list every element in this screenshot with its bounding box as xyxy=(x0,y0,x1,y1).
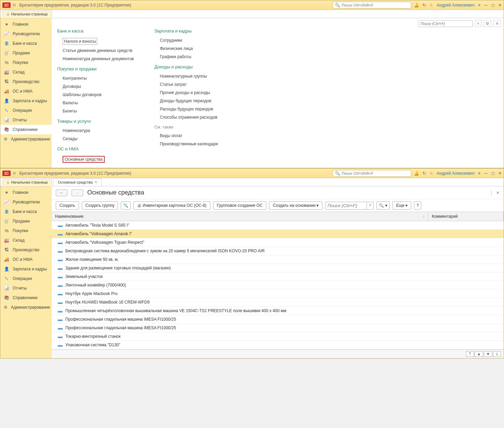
tab-os-close-icon[interactable]: × xyxy=(95,180,97,185)
table-row[interactable]: ▬Профессиональная гладильная машина IMES… xyxy=(52,315,504,324)
panel-search-clear[interactable]: × xyxy=(475,20,481,27)
history-icon[interactable]: ↻ xyxy=(423,3,426,8)
table-row[interactable]: ▬Земельный участок xyxy=(52,272,504,281)
close-icon-2[interactable]: ✕ xyxy=(498,171,502,176)
link-rbp[interactable]: Расходы будущих периодов xyxy=(154,105,218,113)
star-icon[interactable]: ☆ xyxy=(429,3,433,8)
sidebar-item-3[interactable]: 🛒Продажи xyxy=(0,216,52,226)
link-vidy-oplat[interactable]: Виды оплат xyxy=(154,132,218,140)
table-row[interactable]: ▬Ноутбук HUAWEI MateBook 16 CREM-WFD9 xyxy=(52,298,504,307)
panel-settings-icon[interactable]: ⚙ xyxy=(483,20,491,27)
table-row[interactable]: ▬Упаковочная система "D130" xyxy=(52,341,504,349)
sidebar-item-11[interactable]: 📚Справочники xyxy=(0,293,52,303)
inv-card-button[interactable]: 🖨 Инвентарная карточка ОС (ОС-6) xyxy=(133,201,210,210)
sidebar-item-9[interactable]: ᴬₖОперации xyxy=(0,274,52,283)
link-dbp[interactable]: Доходы будущих периодов xyxy=(154,97,218,105)
find-button[interactable]: 🔍 xyxy=(121,201,131,210)
link-stati-dds[interactable]: Статьи движения денежных средств xyxy=(57,46,134,55)
help-button[interactable]: ? xyxy=(414,201,421,210)
sidebar-item-4[interactable]: 🛍Покупки xyxy=(0,58,52,67)
col-comment[interactable]: Комментарий xyxy=(428,212,504,221)
table-row[interactable]: ▬Автомобиль "Volkswagen Amarok I" xyxy=(52,230,504,238)
table-row[interactable]: ▬Профессиональная гладильная машина IMES… xyxy=(52,324,504,332)
link-nomen-dd[interactable]: Номенклатура денежных документов xyxy=(57,55,134,63)
link-kalendari[interactable]: Производственные календари xyxy=(154,140,218,148)
sidebar-item-0[interactable]: ★Главное xyxy=(0,188,52,197)
link-sotrudniki[interactable]: Сотрудники xyxy=(154,36,218,44)
create-based-button[interactable]: Создать на основании ▾ xyxy=(269,201,322,210)
sidebar-item-5[interactable]: 🏭Склад xyxy=(0,236,52,245)
hamburger-icon[interactable]: ≡ xyxy=(13,2,16,8)
close-icon[interactable]: ✕ xyxy=(498,3,502,8)
link-dogovory[interactable]: Договоры xyxy=(57,82,134,91)
list-search[interactable]: × xyxy=(325,202,374,210)
global-search-input-2[interactable] xyxy=(341,171,409,175)
table-row[interactable]: ▬Здание для размещения торговых площадей… xyxy=(52,264,504,272)
bell-icon[interactable]: 🔔 xyxy=(414,3,419,8)
sidebar-item-8[interactable]: 👤Зарплата и кадры xyxy=(0,264,52,274)
maximize-icon-2[interactable]: ◻ xyxy=(491,171,495,176)
star-icon-2[interactable]: ☆ xyxy=(429,171,433,176)
sidebar-item-7[interactable]: 🚚ОС и НМА xyxy=(0,255,52,264)
tab-home-2[interactable]: ⌂ Начальная страница xyxy=(2,179,52,185)
sidebar-item-12[interactable]: ⚙Администрирование xyxy=(0,303,52,312)
sidebar-item-12[interactable]: ⚙Администрирование xyxy=(0,134,52,144)
link-nomgrp[interactable]: Номенклатурные группы xyxy=(154,72,218,80)
nav-back-button[interactable]: ← xyxy=(56,189,67,196)
table-row[interactable]: ▬Токарно-винторезный станок xyxy=(52,332,504,341)
sidebar-item-3[interactable]: 🛒Продажи xyxy=(0,48,52,58)
sidebar-item-9[interactable]: ᴬₖОперации xyxy=(0,106,52,115)
link-sklady[interactable]: Склады xyxy=(57,135,134,143)
minimize-icon-2[interactable]: — xyxy=(484,171,488,176)
table-row[interactable]: ▬Автомобиль "Volkswagen Tiguan Respect" xyxy=(52,238,504,247)
nav-forward-button[interactable]: → xyxy=(72,189,83,196)
link-kontragenty[interactable]: Контрагенты xyxy=(57,74,134,82)
table-row[interactable]: ▬Промышленная четырёхголовочная вышиваль… xyxy=(52,307,504,315)
link-os-sredstva[interactable]: Основные средства xyxy=(57,154,134,164)
more-button[interactable]: Еще ▾ xyxy=(392,201,412,210)
user-label[interactable]: Андрей Алексеевич xyxy=(437,3,475,8)
sidebar-item-8[interactable]: 👤Зарплата и кадры xyxy=(0,96,52,106)
col-name[interactable]: Наименование ↓ xyxy=(52,212,428,221)
link-shablony[interactable]: Шаблоны договоров xyxy=(57,91,134,99)
scroll-top-icon[interactable]: ⤒ xyxy=(466,351,474,357)
maximize-icon[interactable]: ◻ xyxy=(491,3,495,8)
link-prochie[interactable]: Прочие доходы и расходы xyxy=(154,89,218,97)
sidebar-item-6[interactable]: 🏗Производство xyxy=(0,77,52,86)
link-grafiki[interactable]: Графики работы xyxy=(154,53,218,61)
link-nomenklatura[interactable]: Номенклатура xyxy=(57,126,134,135)
scroll-down-icon[interactable]: ▼ xyxy=(484,351,492,357)
link-fizlitsa[interactable]: Физические лица xyxy=(154,44,218,53)
scroll-bottom-icon[interactable]: ⤓ xyxy=(493,351,501,357)
link-sposoby[interactable]: Способы отражения расходов xyxy=(154,113,218,121)
link-bilety[interactable]: Билеты xyxy=(57,107,134,115)
table-row[interactable]: ▬Ленточный конвейер (7000/400) xyxy=(52,281,504,290)
table-row[interactable]: ▬Жилое помещение 50 кв. м. xyxy=(52,255,504,264)
group-create-button[interactable]: Групповое создание ОС xyxy=(213,201,267,210)
sidebar-item-1[interactable]: 📈Руководителю xyxy=(0,29,52,39)
scroll-up-icon[interactable]: ▲ xyxy=(475,351,483,357)
panel-search-input[interactable] xyxy=(418,20,473,27)
global-search-input[interactable] xyxy=(341,3,409,7)
settings-lines-icon[interactable]: ≡ xyxy=(478,3,480,8)
panel-close-icon[interactable]: ✕ xyxy=(493,20,501,27)
global-search-2[interactable]: 🔍 xyxy=(333,170,411,177)
sidebar-item-4[interactable]: 🛍Покупки xyxy=(0,226,52,236)
table-row[interactable]: ▬Ноутбук Apple Macbook Pro xyxy=(52,290,504,298)
link-nalogi[interactable]: Налоги и взносы xyxy=(57,36,134,46)
user-label-2[interactable]: Андрей Алексеевич xyxy=(437,171,475,176)
link-valyuty[interactable]: Валюты xyxy=(57,99,134,107)
sidebar-item-2[interactable]: 🏦Банк и касса xyxy=(0,207,52,216)
table-row[interactable]: ▬Беспроводная система видеонаблюдения с … xyxy=(52,247,504,255)
sidebar-item-2[interactable]: 🏦Банк и касса xyxy=(0,39,52,48)
sidebar-item-7[interactable]: 🚚ОС и НМА xyxy=(0,86,52,96)
page-menu-icon[interactable]: ⋮ xyxy=(489,190,493,195)
minimize-icon[interactable]: — xyxy=(484,3,488,8)
global-search[interactable]: 🔍 xyxy=(333,2,411,9)
list-search-clear[interactable]: × xyxy=(366,202,373,209)
create-button[interactable]: Создать xyxy=(56,201,79,210)
sidebar-item-1[interactable]: 📈Руководителю xyxy=(0,197,52,207)
sidebar-item-6[interactable]: 🏗Производство xyxy=(0,245,52,255)
sidebar-item-5[interactable]: 🏭Склад xyxy=(0,67,52,77)
create-group-button[interactable]: Создать группу xyxy=(82,201,118,210)
